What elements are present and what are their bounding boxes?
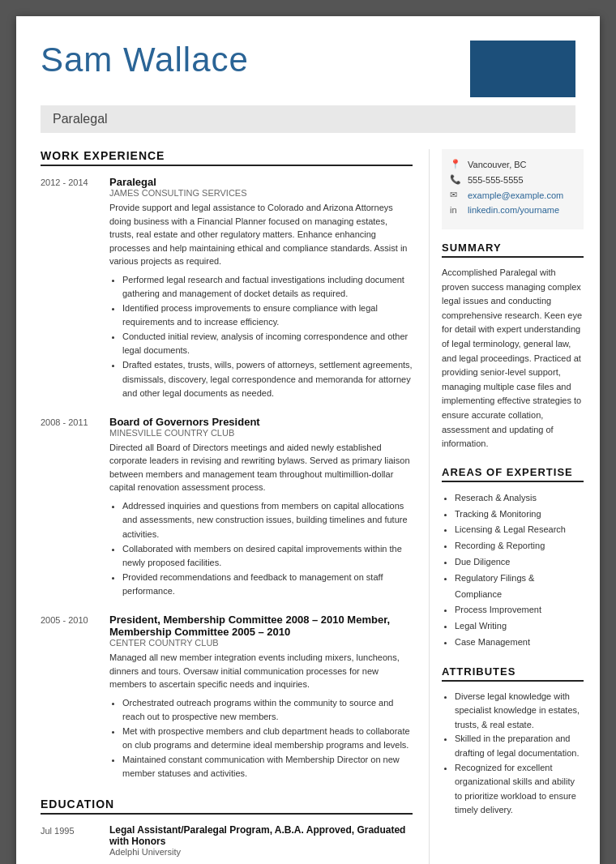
phone-icon: 📞 — [450, 174, 463, 185]
expertise-item-9: Case Management — [455, 635, 584, 651]
contact-phone: 📞 555-555-5555 — [450, 174, 575, 185]
header-left: Sam Wallace — [41, 41, 249, 79]
location-icon: 📍 — [450, 159, 463, 169]
subtitle-bar: Paralegal — [41, 105, 575, 133]
work-company-2: MINESVILLE COUNTRY CLUB — [109, 428, 413, 438]
work-desc-1: Provide support and legal assistance to … — [109, 201, 413, 268]
work-entry-3: 2005 - 2010 President, Membership Commit… — [41, 614, 413, 781]
attributes-section: ATTRIBUTES Diverse legal knowledge with … — [442, 665, 584, 818]
resume-container: Sam Wallace Paralegal WORK EXPERIENCE 20… — [16, 16, 600, 864]
work-desc-3: Managed all new member integration event… — [109, 651, 413, 691]
expertise-item-1: Reserach & Analysis — [455, 490, 584, 507]
edu-school-1: Adelphi University — [109, 847, 413, 857]
candidate-name: Sam Wallace — [41, 41, 249, 79]
work-dates-2: 2008 - 2011 — [41, 416, 109, 599]
education-section: EDUCATION Jul 1995 Legal Assistant/Paral… — [41, 798, 413, 864]
work-experience-section: WORK EXPERIENCE 2012 - 2014 Paralegal JA… — [41, 149, 413, 781]
left-column: WORK EXPERIENCE 2012 - 2014 Paralegal JA… — [16, 149, 430, 864]
body-section: WORK EXPERIENCE 2012 - 2014 Paralegal JA… — [16, 149, 600, 864]
work-bullet-1-2: Identified process improvements to ensur… — [122, 302, 413, 330]
work-dates-1: 2012 - 2014 — [41, 176, 109, 401]
expertise-item-2: Tracking & Monitoring — [455, 507, 584, 523]
linkedin-icon: in — [450, 205, 463, 215]
work-bullet-2-2: Collaborated with members on desired cap… — [122, 542, 413, 571]
expertise-list: Reserach & Analysis Tracking & Monitorin… — [442, 490, 584, 651]
work-experience-title: WORK EXPERIENCE — [41, 149, 413, 166]
email-link[interactable]: example@example.com — [468, 190, 563, 200]
work-entry-2: 2008 - 2011 Board of Governors President… — [41, 416, 413, 599]
attribute-item-2: Skilled in the preparation and drafting … — [455, 732, 584, 760]
expertise-item-6: Regulatory Filings & Compliance — [455, 571, 584, 603]
job-title: Paralegal — [53, 112, 108, 126]
attribute-item-3: Recognized for excellent organizational … — [455, 761, 584, 818]
work-company-1: JAMES CONSULTING SERVICES — [109, 188, 413, 198]
work-title-1: Paralegal — [109, 176, 413, 188]
education-title: EDUCATION — [41, 798, 413, 815]
work-bullet-2-1: Addressed inquiries and questions from m… — [122, 499, 413, 542]
contact-email[interactable]: ✉ example@example.com — [450, 190, 575, 200]
work-bullets-3: Orchestrated outreach programs within th… — [109, 696, 413, 782]
work-bullet-1-3: Conducted initial review, analysis of in… — [122, 330, 413, 358]
edu-date-1: Jul 1995 — [41, 824, 109, 857]
attributes-list: Diverse legal knowledge with specialist … — [442, 690, 584, 818]
contact-linkedin[interactable]: in linkedin.com/yourname — [450, 205, 575, 215]
work-bullet-1-4: Drafted estates, trusts, wills, powers o… — [122, 358, 413, 401]
header-section: Sam Wallace — [16, 16, 600, 97]
work-bullet-1-1: Performed legal research and factual inv… — [122, 273, 413, 302]
attributes-title: ATTRIBUTES — [442, 665, 584, 682]
right-column: 📍 Vancouver, BC 📞 555-555-5555 ✉ example… — [430, 149, 600, 864]
summary-text: Accomplished Paralegal with proven succe… — [442, 266, 584, 451]
expertise-item-3: Licensing & Legal Research — [455, 522, 584, 538]
email-icon: ✉ — [450, 190, 463, 200]
work-entry-1: 2012 - 2014 Paralegal JAMES CONSULTING S… — [41, 176, 413, 401]
work-content-3: President, Membership Committee 2008 – 2… — [109, 614, 413, 781]
work-title-2: Board of Governors President — [109, 416, 413, 428]
contact-location: 📍 Vancouver, BC — [450, 159, 575, 169]
attribute-item-1: Diverse legal knowledge with specialist … — [455, 690, 584, 733]
work-bullet-3-3: Maintained constant communication with M… — [122, 753, 413, 781]
expertise-title: AREAS OF EXPERTISE — [442, 466, 584, 482]
phone-text: 555-555-5555 — [468, 175, 524, 185]
work-bullet-3-1: Orchestrated outreach programs within th… — [122, 696, 413, 725]
expertise-item-7: Process Improvement — [455, 602, 584, 618]
edu-degree-1: Legal Assistant/Paralegal Program, A.B.A… — [109, 824, 413, 847]
work-dates-3: 2005 - 2010 — [41, 614, 109, 781]
work-bullets-2: Addressed inquiries and questions from m… — [109, 499, 413, 599]
location-text: Vancouver, BC — [468, 160, 527, 169]
work-bullets-1: Performed legal research and factual inv… — [109, 273, 413, 401]
expertise-item-8: Legal Writing — [455, 618, 584, 635]
header-accent-box — [470, 41, 575, 97]
summary-title: SUMMARY — [442, 242, 584, 258]
expertise-item-4: Recording & Reporting — [455, 538, 584, 554]
edu-content-1: Legal Assistant/Paralegal Program, A.B.A… — [109, 824, 413, 857]
work-bullet-3-2: Met with prospective members and club de… — [122, 725, 413, 753]
edu-entry-1: Jul 1995 Legal Assistant/Paralegal Progr… — [41, 824, 413, 857]
work-company-3: CENTER COUNTRY CLUB — [109, 638, 413, 648]
work-desc-2: Directed all Board of Directors meetings… — [109, 441, 413, 494]
summary-section: SUMMARY Accomplished Paralegal with prov… — [442, 242, 584, 451]
work-bullet-2-3: Provided recommendations and feedback to… — [122, 571, 413, 599]
work-title-3: President, Membership Committee 2008 – 2… — [109, 614, 413, 638]
work-content-2: Board of Governors President MINESVILLE … — [109, 416, 413, 599]
work-content-1: Paralegal JAMES CONSULTING SERVICES Prov… — [109, 176, 413, 401]
expertise-item-5: Due Diligence — [455, 554, 584, 571]
contact-section: 📍 Vancouver, BC 📞 555-555-5555 ✉ example… — [442, 149, 584, 229]
linkedin-link[interactable]: linkedin.com/yourname — [468, 205, 559, 215]
expertise-section: AREAS OF EXPERTISE Reserach & Analysis T… — [442, 466, 584, 651]
